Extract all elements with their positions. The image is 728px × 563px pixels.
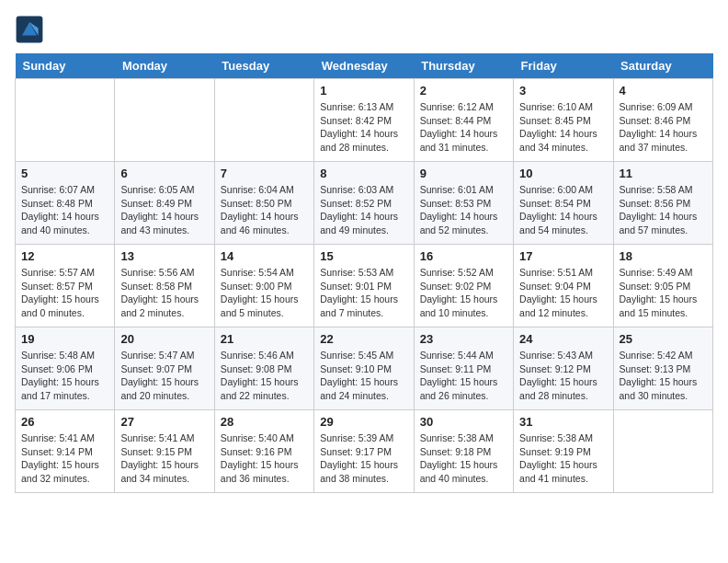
calendar-week-2: 5Sunrise: 6:07 AMSunset: 8:48 PMDaylight… bbox=[16, 162, 713, 245]
calendar-cell: 3Sunrise: 6:10 AMSunset: 8:45 PMDaylight… bbox=[514, 79, 613, 162]
day-info: Sunrise: 5:57 AMSunset: 8:57 PMDaylight:… bbox=[21, 266, 108, 320]
calendar-cell: 31Sunrise: 5:38 AMSunset: 9:19 PMDayligh… bbox=[514, 410, 613, 493]
calendar-week-1: 1Sunrise: 6:13 AMSunset: 8:42 PMDaylight… bbox=[16, 79, 713, 162]
day-info: Sunrise: 5:42 AMSunset: 9:13 PMDaylight:… bbox=[620, 349, 707, 403]
day-info: Sunrise: 5:40 AMSunset: 9:16 PMDaylight:… bbox=[221, 431, 308, 486]
day-number: 7 bbox=[221, 167, 308, 180]
day-header-friday: Friday bbox=[514, 53, 613, 79]
day-header-monday: Monday bbox=[115, 53, 214, 79]
calendar-cell: 23Sunrise: 5:44 AMSunset: 9:11 PMDayligh… bbox=[414, 327, 513, 410]
day-info: Sunrise: 5:54 AMSunset: 9:00 PMDaylight:… bbox=[221, 266, 308, 320]
calendar-table: SundayMondayTuesdayWednesdayThursdayFrid… bbox=[15, 53, 713, 493]
day-header-thursday: Thursday bbox=[414, 53, 513, 79]
calendar-cell: 25Sunrise: 5:42 AMSunset: 9:13 PMDayligh… bbox=[613, 327, 712, 410]
calendar-cell: 11Sunrise: 5:58 AMSunset: 8:56 PMDayligh… bbox=[613, 162, 712, 245]
day-info: Sunrise: 6:13 AMSunset: 8:42 PMDaylight:… bbox=[320, 100, 407, 155]
calendar-cell: 12Sunrise: 5:57 AMSunset: 8:57 PMDayligh… bbox=[16, 245, 115, 327]
calendar-cell: 8Sunrise: 6:03 AMSunset: 8:52 PMDaylight… bbox=[314, 162, 414, 245]
calendar-header-row: SundayMondayTuesdayWednesdayThursdayFrid… bbox=[16, 53, 713, 79]
day-number: 25 bbox=[620, 332, 707, 346]
calendar-cell: 24Sunrise: 5:43 AMSunset: 9:12 PMDayligh… bbox=[514, 327, 613, 410]
calendar-cell: 19Sunrise: 5:48 AMSunset: 9:06 PMDayligh… bbox=[16, 327, 115, 410]
calendar-cell: 10Sunrise: 6:00 AMSunset: 8:54 PMDayligh… bbox=[514, 162, 613, 245]
day-number: 27 bbox=[120, 415, 208, 429]
day-number: 29 bbox=[320, 415, 407, 429]
calendar-cell: 17Sunrise: 5:51 AMSunset: 9:04 PMDayligh… bbox=[514, 245, 613, 327]
day-number: 11 bbox=[620, 167, 707, 180]
day-number: 23 bbox=[420, 332, 507, 346]
calendar-cell bbox=[16, 79, 115, 162]
calendar-cell: 30Sunrise: 5:38 AMSunset: 9:18 PMDayligh… bbox=[414, 410, 513, 493]
day-header-tuesday: Tuesday bbox=[214, 53, 313, 79]
day-number: 2 bbox=[420, 84, 507, 98]
calendar-cell: 29Sunrise: 5:39 AMSunset: 9:17 PMDayligh… bbox=[314, 410, 414, 493]
day-header-sunday: Sunday bbox=[16, 53, 115, 79]
day-number: 24 bbox=[519, 332, 607, 346]
day-number: 1 bbox=[320, 84, 407, 98]
calendar-cell: 28Sunrise: 5:40 AMSunset: 9:16 PMDayligh… bbox=[214, 410, 313, 493]
day-info: Sunrise: 5:45 AMSunset: 9:10 PMDaylight:… bbox=[320, 349, 407, 403]
day-info: Sunrise: 6:12 AMSunset: 8:44 PMDaylight:… bbox=[420, 100, 507, 155]
calendar-week-4: 19Sunrise: 5:48 AMSunset: 9:06 PMDayligh… bbox=[16, 327, 713, 410]
day-info: Sunrise: 5:38 AMSunset: 9:18 PMDaylight:… bbox=[420, 431, 507, 486]
calendar-cell: 16Sunrise: 5:52 AMSunset: 9:02 PMDayligh… bbox=[414, 245, 513, 327]
calendar-cell: 22Sunrise: 5:45 AMSunset: 9:10 PMDayligh… bbox=[314, 327, 414, 410]
day-info: Sunrise: 5:47 AMSunset: 9:07 PMDaylight:… bbox=[120, 349, 208, 403]
page-header bbox=[15, 15, 713, 44]
day-info: Sunrise: 5:52 AMSunset: 9:02 PMDaylight:… bbox=[420, 266, 507, 320]
day-info: Sunrise: 5:53 AMSunset: 9:01 PMDaylight:… bbox=[320, 266, 407, 320]
day-info: Sunrise: 5:58 AMSunset: 8:56 PMDaylight:… bbox=[620, 183, 707, 237]
calendar-cell: 9Sunrise: 6:01 AMSunset: 8:53 PMDaylight… bbox=[414, 162, 513, 245]
day-info: Sunrise: 6:07 AMSunset: 8:48 PMDaylight:… bbox=[21, 183, 108, 237]
calendar-cell: 6Sunrise: 6:05 AMSunset: 8:49 PMDaylight… bbox=[115, 162, 214, 245]
day-number: 20 bbox=[120, 332, 208, 346]
calendar-cell: 13Sunrise: 5:56 AMSunset: 8:58 PMDayligh… bbox=[115, 245, 214, 327]
day-number: 14 bbox=[221, 249, 308, 263]
calendar-cell bbox=[214, 79, 313, 162]
day-number: 6 bbox=[120, 167, 208, 180]
calendar-week-3: 12Sunrise: 5:57 AMSunset: 8:57 PMDayligh… bbox=[16, 245, 713, 327]
day-number: 15 bbox=[320, 249, 407, 263]
calendar-cell bbox=[613, 410, 712, 493]
calendar-cell: 4Sunrise: 6:09 AMSunset: 8:46 PMDaylight… bbox=[613, 79, 712, 162]
calendar-cell: 5Sunrise: 6:07 AMSunset: 8:48 PMDaylight… bbox=[16, 162, 115, 245]
day-info: Sunrise: 5:41 AMSunset: 9:15 PMDaylight:… bbox=[120, 431, 208, 486]
day-number: 9 bbox=[420, 167, 507, 180]
day-info: Sunrise: 5:48 AMSunset: 9:06 PMDaylight:… bbox=[21, 349, 108, 403]
day-info: Sunrise: 5:56 AMSunset: 8:58 PMDaylight:… bbox=[120, 266, 208, 320]
day-number: 17 bbox=[519, 249, 607, 263]
day-info: Sunrise: 6:04 AMSunset: 8:50 PMDaylight:… bbox=[221, 183, 308, 237]
day-number: 19 bbox=[21, 332, 108, 346]
day-number: 13 bbox=[120, 249, 208, 263]
day-number: 10 bbox=[519, 167, 607, 180]
day-info: Sunrise: 6:00 AMSunset: 8:54 PMDaylight:… bbox=[519, 183, 607, 237]
day-number: 30 bbox=[420, 415, 507, 429]
calendar-cell: 7Sunrise: 6:04 AMSunset: 8:50 PMDaylight… bbox=[214, 162, 313, 245]
logo-icon bbox=[15, 15, 44, 44]
day-header-wednesday: Wednesday bbox=[314, 53, 414, 79]
day-info: Sunrise: 5:38 AMSunset: 9:19 PMDaylight:… bbox=[519, 431, 607, 486]
calendar-cell: 2Sunrise: 6:12 AMSunset: 8:44 PMDaylight… bbox=[414, 79, 513, 162]
logo bbox=[15, 15, 48, 44]
day-number: 31 bbox=[519, 415, 607, 429]
day-number: 4 bbox=[620, 84, 707, 98]
calendar-week-5: 26Sunrise: 5:41 AMSunset: 9:14 PMDayligh… bbox=[16, 410, 713, 493]
day-info: Sunrise: 6:05 AMSunset: 8:49 PMDaylight:… bbox=[120, 183, 208, 237]
day-info: Sunrise: 6:03 AMSunset: 8:52 PMDaylight:… bbox=[320, 183, 407, 237]
calendar-cell: 27Sunrise: 5:41 AMSunset: 9:15 PMDayligh… bbox=[115, 410, 214, 493]
calendar-cell: 21Sunrise: 5:46 AMSunset: 9:08 PMDayligh… bbox=[214, 327, 313, 410]
day-info: Sunrise: 5:39 AMSunset: 9:17 PMDaylight:… bbox=[320, 431, 407, 486]
day-number: 8 bbox=[320, 167, 407, 180]
day-header-saturday: Saturday bbox=[613, 53, 712, 79]
day-number: 12 bbox=[21, 249, 108, 263]
day-number: 21 bbox=[221, 332, 308, 346]
calendar-cell: 1Sunrise: 6:13 AMSunset: 8:42 PMDaylight… bbox=[314, 79, 414, 162]
calendar-cell: 14Sunrise: 5:54 AMSunset: 9:00 PMDayligh… bbox=[214, 245, 313, 327]
calendar-cell: 20Sunrise: 5:47 AMSunset: 9:07 PMDayligh… bbox=[115, 327, 214, 410]
day-number: 5 bbox=[21, 167, 108, 180]
day-info: Sunrise: 6:01 AMSunset: 8:53 PMDaylight:… bbox=[420, 183, 507, 237]
day-number: 16 bbox=[420, 249, 507, 263]
day-number: 26 bbox=[21, 415, 108, 429]
day-info: Sunrise: 5:49 AMSunset: 9:05 PMDaylight:… bbox=[620, 266, 707, 320]
day-info: Sunrise: 5:51 AMSunset: 9:04 PMDaylight:… bbox=[519, 266, 607, 320]
